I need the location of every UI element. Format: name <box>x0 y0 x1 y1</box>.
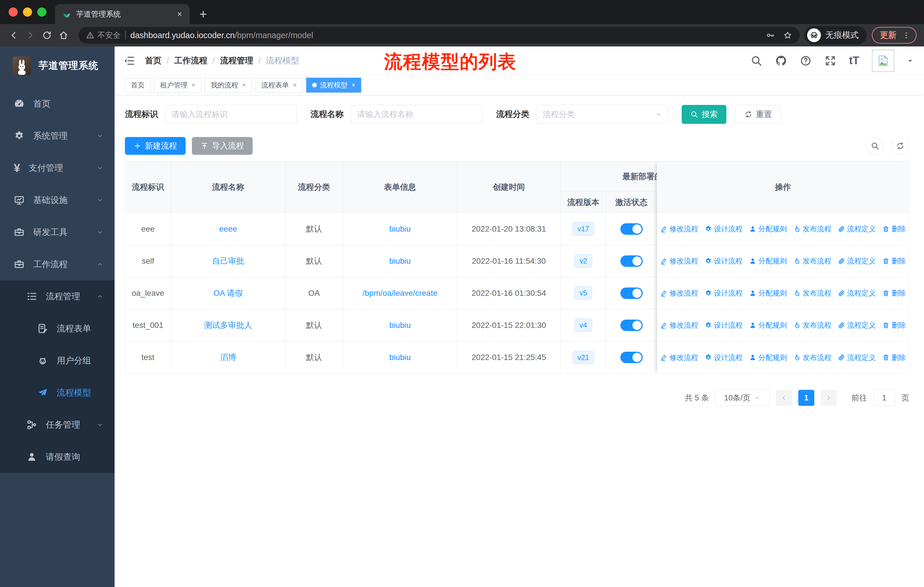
publish-action-link[interactable]: 发布流程 <box>794 256 832 266</box>
delete-action-link[interactable]: 删除 <box>882 224 906 233</box>
password-key-icon[interactable] <box>766 31 775 40</box>
active-toggle[interactable] <box>620 288 643 299</box>
bookmark-star-icon[interactable] <box>783 31 792 40</box>
active-toggle[interactable] <box>620 255 643 267</box>
form-link[interactable]: /bpm/oa/leave/create <box>363 289 438 298</box>
close-tab-icon[interactable]: × <box>191 81 195 89</box>
process-name-link[interactable]: 测试多审批人 <box>204 320 252 331</box>
design-action-link[interactable]: 设计流程 <box>705 321 743 330</box>
assign-action-link[interactable]: 分配规则 <box>749 256 787 266</box>
form-link[interactable]: biubiu <box>389 225 411 233</box>
tab-我的流程[interactable]: 我的流程× <box>205 78 252 93</box>
avatar[interactable] <box>872 50 894 72</box>
publish-action-link[interactable]: 发布流程 <box>794 288 832 298</box>
page-size-select[interactable]: 10条/页 <box>715 390 770 406</box>
edit-action-link[interactable]: 修改流程 <box>660 321 698 330</box>
process-name-link[interactable]: eeee <box>219 225 237 233</box>
kebab-menu-icon[interactable] <box>902 31 910 39</box>
create-process-button[interactable]: 新建流程 <box>125 137 186 155</box>
assign-action-link[interactable]: 分配规则 <box>749 321 787 330</box>
tab-租户管理[interactable]: 租户管理× <box>154 78 201 93</box>
publish-action-link[interactable]: 发布流程 <box>794 353 832 362</box>
forward-icon[interactable] <box>24 29 37 41</box>
sidebar-item-dashboard[interactable]: 首页 <box>0 88 115 120</box>
publish-action-link[interactable]: 发布流程 <box>794 224 832 233</box>
form-link[interactable]: biubiu <box>389 353 411 362</box>
version-badge[interactable]: v5 <box>574 286 592 300</box>
reset-button[interactable]: 重置 <box>736 105 781 124</box>
version-badge[interactable]: v21 <box>573 351 594 364</box>
close-tab-icon[interactable]: × <box>242 81 246 89</box>
form-link[interactable]: biubiu <box>389 256 411 266</box>
process-name-link[interactable]: 自己审批 <box>212 256 244 266</box>
update-browser-button[interactable]: 更新 <box>872 27 917 43</box>
active-toggle[interactable] <box>620 223 643 235</box>
edit-action-link[interactable]: 修改流程 <box>660 353 698 362</box>
sidebar-item-tree[interactable]: 任务管理 <box>0 409 115 441</box>
publish-action-link[interactable]: 发布流程 <box>794 321 832 330</box>
sidebar-item-list[interactable]: 流程管理 <box>0 280 115 313</box>
process-category-select[interactable]: 流程分类 <box>536 105 668 124</box>
font-size-icon[interactable]: tT <box>849 55 859 67</box>
fullscreen-icon[interactable] <box>824 55 837 67</box>
design-action-link[interactable]: 设计流程 <box>705 353 743 362</box>
goto-page-input[interactable] <box>873 390 895 406</box>
process-key-input[interactable] <box>165 105 297 124</box>
design-action-link[interactable]: 设计流程 <box>705 256 743 266</box>
sidebar-item-user[interactable]: 请假查询 <box>0 441 115 473</box>
sidebar-item-yen[interactable]: ¥支付管理 <box>0 152 115 184</box>
home-icon[interactable] <box>57 29 70 41</box>
close-tab-icon[interactable]: × <box>352 81 355 89</box>
form-link[interactable]: biubiu <box>389 321 411 330</box>
delete-action-link[interactable]: 删除 <box>882 321 906 330</box>
current-page-button[interactable]: 1 <box>798 390 814 406</box>
next-page-button[interactable] <box>821 390 837 406</box>
sidebar-item-gear[interactable]: 系统管理 <box>0 120 115 152</box>
design-action-link[interactable]: 设计流程 <box>705 288 743 298</box>
close-tab-icon[interactable]: × <box>177 9 182 19</box>
sidebar-item-robot[interactable]: 用户分组 <box>0 344 115 377</box>
edit-action-link[interactable]: 修改流程 <box>660 256 698 266</box>
version-badge[interactable]: v2 <box>574 254 592 268</box>
definition-action-link[interactable]: 流程定义 <box>838 256 876 266</box>
delete-action-link[interactable]: 删除 <box>882 288 906 298</box>
chevron-down-icon[interactable] <box>907 57 914 64</box>
delete-action-link[interactable]: 删除 <box>882 256 906 266</box>
window-close-button[interactable] <box>8 7 18 17</box>
process-name-link[interactable]: OA 请假 <box>213 288 243 299</box>
help-icon[interactable] <box>800 55 812 67</box>
process-name-input[interactable] <box>351 105 482 124</box>
definition-action-link[interactable]: 流程定义 <box>838 353 876 362</box>
assign-action-link[interactable]: 分配规则 <box>749 288 787 298</box>
browser-tab[interactable]: 芋道管理系统 × <box>55 4 190 24</box>
close-tab-icon[interactable]: × <box>293 81 297 89</box>
breadcrumb-item[interactable]: 工作流程 <box>174 55 207 66</box>
active-toggle[interactable] <box>620 319 643 331</box>
assign-action-link[interactable]: 分配规则 <box>749 224 787 233</box>
sidebar-item-briefcase[interactable]: 研发工具 <box>0 216 115 248</box>
sidebar-item-form[interactable]: 流程表单 <box>0 313 115 344</box>
reload-icon[interactable] <box>41 29 53 41</box>
tab-流程表单[interactable]: 流程表单× <box>256 78 303 93</box>
sidebar-item-monitor[interactable]: 基础设施 <box>0 184 115 216</box>
active-toggle[interactable] <box>620 352 643 363</box>
breadcrumb-item[interactable]: 流程管理 <box>220 55 253 66</box>
edit-action-link[interactable]: 修改流程 <box>660 288 698 298</box>
import-process-button[interactable]: 导入流程 <box>192 137 252 155</box>
version-badge[interactable]: v17 <box>573 222 594 236</box>
definition-action-link[interactable]: 流程定义 <box>838 288 876 298</box>
edit-action-link[interactable]: 修改流程 <box>660 224 698 233</box>
assign-action-link[interactable]: 分配规则 <box>749 353 787 362</box>
prev-page-button[interactable] <box>776 390 792 406</box>
hamburger-icon[interactable] <box>123 55 135 67</box>
back-icon[interactable] <box>7 29 20 41</box>
search-button[interactable]: 搜索 <box>682 105 726 124</box>
refresh-table-button[interactable] <box>891 137 909 155</box>
window-zoom-button[interactable] <box>37 7 46 17</box>
breadcrumb-item[interactable]: 首页 <box>145 55 162 66</box>
security-status[interactable]: 不安全 <box>86 30 120 40</box>
version-badge[interactable]: v4 <box>574 318 592 332</box>
delete-action-link[interactable]: 删除 <box>882 353 906 362</box>
github-icon[interactable] <box>775 55 787 67</box>
tab-首页[interactable]: 首页 <box>125 78 151 93</box>
